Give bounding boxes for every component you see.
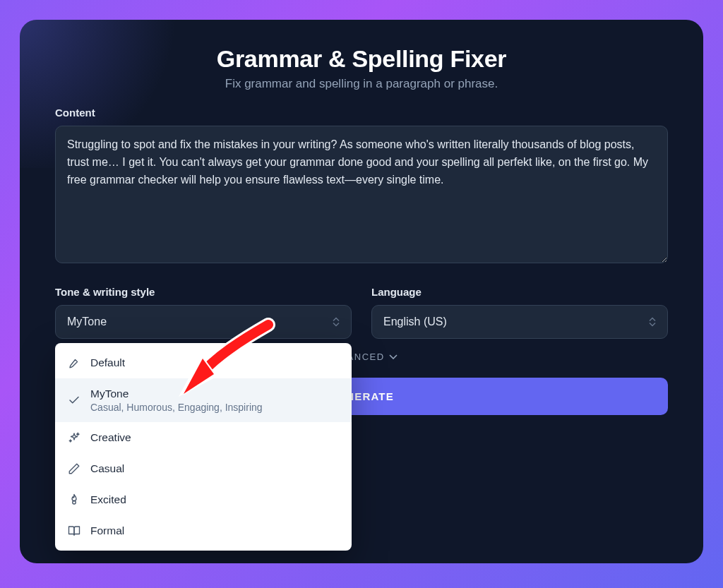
tone-label: Tone & writing style [55,286,352,298]
tone-option-casual[interactable]: Casual [55,453,352,484]
tone-select[interactable]: MyTone [55,305,352,339]
brush-icon [68,356,80,369]
tone-dropdown: Default MyTone Casual, Humorous, Engagin… [55,343,352,551]
chevrons-icon [649,317,656,327]
tone-option-default[interactable]: Default [55,347,352,378]
chevrons-icon [333,317,340,327]
tone-option-label: Excited [90,493,339,506]
language-select[interactable]: English (US) [371,305,668,339]
options-row: Tone & writing style MyTone Default [55,286,668,339]
flame-icon [68,493,80,506]
check-icon [68,394,80,407]
content-section: Content [55,107,668,266]
page-title: Grammar & Spelling Fixer [55,45,668,73]
tone-option-label: Formal [90,524,339,537]
pencil-icon [68,462,80,475]
language-select-value: English (US) [383,316,447,328]
content-label: Content [55,107,668,119]
tone-option-sub: Casual, Humorous, Engaging, Inspiring [90,402,339,413]
tone-option-creative[interactable]: Creative [55,422,352,453]
tone-option-mytone[interactable]: MyTone Casual, Humorous, Engaging, Inspi… [55,378,352,422]
tone-option-excited[interactable]: Excited [55,484,352,515]
language-label: Language [371,286,668,298]
header: Grammar & Spelling Fixer Fix grammar and… [55,45,668,91]
tone-option-label: Default [90,356,339,369]
tone-column: Tone & writing style MyTone Default [55,286,352,339]
chevron-down-icon [389,354,398,359]
sparkles-icon [68,431,80,444]
book-icon [68,524,80,537]
svg-point-0 [73,501,76,505]
tone-option-label: MyTone [90,388,339,400]
tone-option-label: Creative [90,431,339,444]
tone-select-value: MyTone [67,316,107,328]
app-card: Grammar & Spelling Fixer Fix grammar and… [20,20,703,563]
tone-option-label: Casual [90,462,339,475]
tone-option-formal[interactable]: Formal [55,515,352,546]
language-column: Language English (US) [371,286,668,339]
content-textarea[interactable] [55,126,668,263]
page-subtitle: Fix grammar and spelling in a paragraph … [55,77,668,91]
